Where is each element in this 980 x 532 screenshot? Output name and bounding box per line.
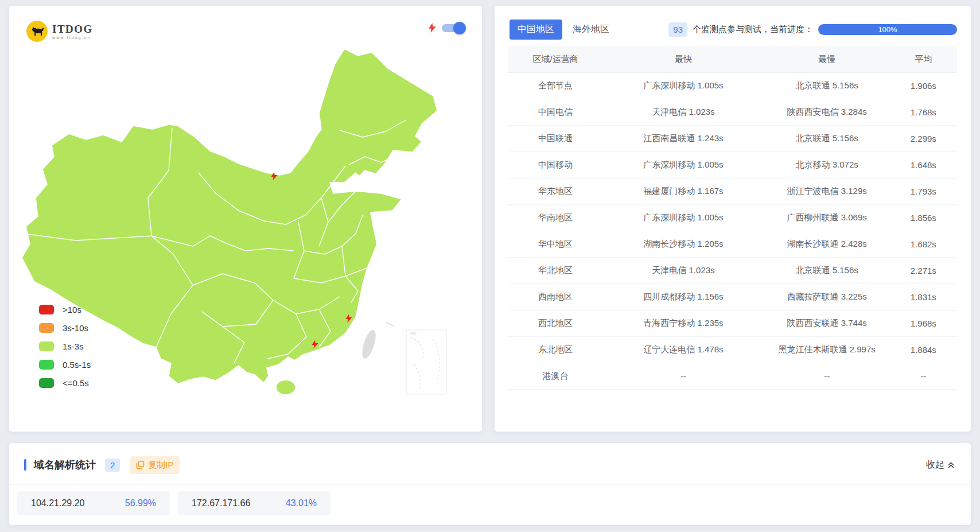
ip-address: 104.21.29.20	[31, 498, 84, 508]
table-row: 西北地区青海西宁移动 1.235s陕西西安联通 3.744s1.968s	[508, 310, 957, 337]
legend-item: 0.5s-1s	[39, 355, 91, 374]
ip-chip-list: 104.21.29.20 56.99% 172.67.171.66 43.01%	[17, 491, 330, 515]
south-china-sea-inset	[406, 330, 446, 394]
ip-address: 172.67.171.66	[192, 498, 250, 508]
legend-swatch-green	[39, 360, 54, 370]
legend-swatch-orange	[39, 323, 54, 333]
col-header-region: 区域/运营商	[508, 54, 602, 65]
tab-china-region[interactable]: 中国地区	[510, 20, 562, 40]
toggle-knob	[453, 22, 466, 34]
table-row: 中国联通江西南昌联通 1.243s北京联通 5.156s2.299s	[508, 126, 957, 152]
progress-bar: 100%	[818, 24, 957, 35]
results-panel: 中国地区 海外地区 93 个监测点参与测试，当前进度： 100% 区域/运营商 …	[495, 6, 971, 432]
brand-name: ITDOG	[52, 24, 93, 34]
brand-site: www.itdog.cn	[52, 36, 93, 40]
table-row: 华中地区湖南长沙移动 1.205s湖南长沙联通 2.428s1.682s	[508, 231, 957, 258]
dns-title: 域名解析统计	[34, 458, 96, 472]
progress-caption: 个监测点参与测试，当前进度：	[693, 24, 813, 35]
copy-icon	[136, 461, 145, 469]
table-row: 东北地区辽宁大连电信 1.478s黑龙江佳木斯联通 2.997s1.884s	[508, 337, 957, 363]
table-row: 中国移动广东深圳移动 1.005s北京移动 3.072s1.648s	[508, 152, 957, 178]
ip-chip: 104.21.29.20 56.99%	[17, 491, 170, 515]
results-table: 区域/运营商 最快 最慢 平均 全部节点广东深圳移动 1.005s北京联通 5.…	[508, 46, 957, 390]
ip-percent: 43.01%	[286, 498, 317, 508]
dog-icon	[30, 25, 45, 38]
itdog-logo-text: ITDOG www.itdog.cn	[52, 24, 93, 40]
table-row: 华东地区福建厦门移动 1.167s浙江宁波电信 3.129s1.793s	[508, 178, 957, 205]
map-marker-toggle[interactable]	[442, 24, 465, 32]
taiwan-island	[359, 328, 378, 360]
legend-item: 1s-3s	[39, 337, 91, 355]
table-row: 中国电信天津电信 1.023s陕西西安电信 3.284s1.768s	[508, 99, 957, 126]
legend-swatch-red	[39, 305, 54, 314]
map-controls	[429, 23, 465, 33]
table-row: 华南地区广东深圳移动 1.005s广西柳州联通 3.069s1.856s	[508, 205, 957, 231]
chevron-double-up-icon	[947, 461, 955, 469]
itdog-logo[interactable]: ITDOG www.itdog.cn	[26, 21, 93, 42]
ip-chip: 172.67.171.66 43.01%	[178, 491, 330, 515]
table-row: 西南地区四川成都移动 1.156s西藏拉萨联通 3.225s1.831s	[508, 284, 957, 310]
legend-item: 3s-10s	[39, 319, 91, 337]
latency-legend: >10s 3s-10s 1s-3s 0.5s-1s <=0.5s	[39, 300, 91, 392]
divider	[9, 484, 971, 485]
legend-item: <=0.5s	[39, 374, 91, 392]
table-header-row: 区域/运营商 最快 最慢 平均	[508, 46, 957, 73]
progress-group: 93 个监测点参与测试，当前进度： 100%	[668, 22, 957, 37]
table-row: 全部节点广东深圳移动 1.005s北京联通 5.156s1.906s	[508, 73, 957, 99]
table-row: 港澳台------	[508, 363, 957, 390]
itdog-logo-circle	[26, 21, 48, 42]
table-row: 华北地区天津电信 1.023s北京联通 5.156s2.271s	[508, 258, 957, 284]
col-header-avg: 平均	[890, 54, 957, 65]
legend-swatch-darkgreen	[39, 378, 54, 388]
col-header-slowest: 最慢	[764, 54, 890, 65]
copy-ip-button[interactable]: 复制IP	[130, 456, 179, 474]
islands-line	[386, 322, 395, 327]
dns-header: 域名解析统计 2 复制IP 收起	[24, 452, 955, 477]
ip-percent: 56.99%	[125, 498, 156, 508]
col-header-fastest: 最快	[602, 54, 764, 65]
results-header: 中国地区 海外地区 93 个监测点参与测试，当前进度： 100%	[510, 20, 957, 39]
title-accent-bar	[24, 459, 26, 471]
dns-stats-panel: 域名解析统计 2 复制IP 收起 104.21.29.20 56	[9, 443, 971, 525]
progress-value: 100%	[878, 25, 897, 34]
hainan-island	[276, 380, 295, 395]
map-panel: ITDOG www.itdog.cn	[9, 6, 482, 432]
legend-swatch-lightgreen	[39, 341, 54, 351]
collapse-button[interactable]: 收起	[926, 459, 955, 471]
legend-item: >10s	[39, 300, 91, 319]
lightning-icon	[429, 23, 436, 33]
itdog-speedtest-page: ITDOG www.itdog.cn	[0, 0, 980, 532]
tab-overseas-region[interactable]: 海外地区	[573, 24, 609, 36]
monitor-count-badge: 93	[668, 22, 687, 37]
dns-count-badge: 2	[105, 459, 120, 472]
